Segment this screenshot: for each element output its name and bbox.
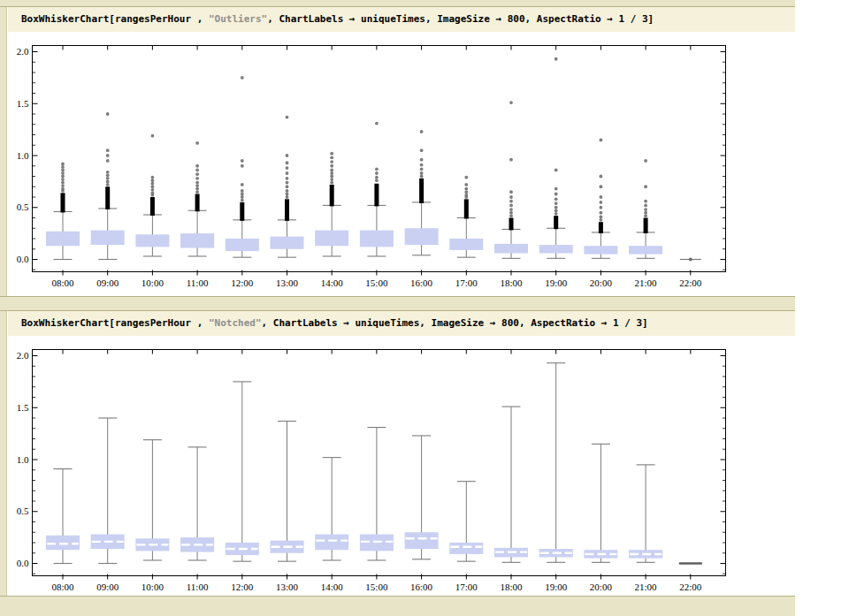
x-tick-label: 11:00 — [187, 582, 209, 592]
iqr-box — [629, 246, 662, 254]
outlier-dot — [600, 185, 603, 188]
x-tick-label: 20:00 — [590, 278, 613, 288]
outlier-dot — [555, 212, 558, 216]
outlier-dot — [106, 177, 110, 180]
box-group-12-00 — [226, 76, 259, 257]
outlier-dot — [464, 183, 468, 186]
outlier-dot — [644, 208, 647, 211]
box-group-13-00 — [271, 116, 304, 258]
outlier-dot — [420, 158, 424, 162]
x-tick-label: 16:00 — [410, 278, 433, 288]
outlier-dot — [600, 211, 603, 215]
cell-separator-middle — [0, 296, 795, 311]
outlier-dot — [420, 175, 424, 179]
cell-separator-bottom — [0, 596, 795, 616]
outlier-dot — [241, 193, 244, 196]
single-value-dot — [689, 258, 692, 262]
input-cell-notched[interactable]: BoxWhiskerChart[rangesPerHour , "Notched… — [8, 311, 795, 336]
outlier-dot — [330, 156, 333, 159]
outlier-dot — [420, 130, 424, 133]
x-tick-label: 09:00 — [96, 278, 119, 288]
outlier-dot — [106, 171, 110, 174]
outlier-dot — [195, 190, 199, 194]
outlier-dot — [509, 101, 513, 104]
x-tick-label: 08:00 — [51, 582, 74, 592]
boxwhisker-chart-notched: 0.00.51.01.52.008:0009:0010:0011:0012:00… — [8, 336, 795, 596]
outlier-dot — [106, 173, 110, 177]
x-tick-label: 19:00 — [545, 582, 568, 592]
outlier-dot — [286, 189, 289, 193]
x-tick-label: 20:00 — [590, 582, 613, 592]
outlier-dot — [106, 112, 110, 116]
outlier-dot — [600, 215, 603, 218]
box-group-18-00 — [494, 407, 528, 562]
code-pre: BoxWhiskerChart[rangesPerHour , — [21, 317, 209, 329]
outlier-dot — [509, 214, 513, 217]
box-group-08-00 — [46, 469, 80, 564]
outlier-dot — [600, 138, 603, 141]
outlier-dot — [330, 152, 333, 156]
dense-outlier-column — [150, 197, 155, 216]
iqr-box — [46, 232, 80, 246]
iqr-box — [449, 543, 483, 554]
box-group-14-00 — [315, 458, 348, 560]
outlier-dot — [330, 164, 333, 168]
box-group-15-00 — [360, 122, 394, 256]
x-tick-label: 15:00 — [365, 582, 388, 592]
outlier-dot — [509, 211, 513, 215]
outlier-dot — [555, 209, 558, 212]
outlier-dot — [644, 211, 647, 215]
code-post: , ChartLabels → uniqueTimes, ImageSize →… — [267, 13, 654, 25]
input-cell-outliers[interactable]: BoxWhiskerChart[rangesPerHour , "Outlier… — [8, 7, 795, 32]
outlier-dot — [286, 171, 289, 175]
outlier-dot — [330, 169, 333, 172]
x-tick-label: 16:00 — [410, 582, 433, 592]
dense-outlier-column — [464, 199, 469, 218]
notebook-page: BoxWhiskerChart[rangesPerHour , "Outlier… — [0, 0, 795, 616]
outlier-dot — [241, 195, 244, 199]
outlier-dot — [330, 181, 333, 185]
box-group-11-00 — [180, 447, 214, 560]
iqr-box — [135, 234, 169, 247]
outlier-dot — [241, 199, 244, 202]
outlier-dot — [286, 185, 289, 188]
x-tick-label: 11:00 — [187, 278, 209, 288]
boxwhisker-chart-outliers: 0.00.51.01.52.008:0009:0010:0011:0012:00… — [8, 32, 795, 296]
y-tick-label: 2.0 — [17, 46, 29, 57]
dense-outlier-column — [240, 202, 244, 221]
outlier-dot — [286, 177, 289, 180]
outlier-dot — [600, 218, 603, 222]
outlier-dot — [151, 182, 155, 186]
box-group-20-00 — [584, 444, 617, 562]
outlier-dot — [509, 190, 513, 194]
outlier-dot — [555, 187, 558, 191]
outlier-dot — [509, 158, 513, 162]
outlier-dot — [644, 159, 647, 163]
box-group-18-00 — [494, 101, 528, 258]
code-string-outliers: "Outliers" — [209, 13, 267, 25]
outlier-dot — [600, 175, 603, 179]
x-tick-label: 18:00 — [500, 278, 523, 288]
outlier-dot — [61, 169, 65, 172]
box-group-22-00 — [680, 258, 701, 262]
iqr-box — [91, 231, 125, 245]
outlier-dot — [464, 176, 468, 179]
x-tick-label: 10:00 — [142, 582, 164, 592]
outlier-dot — [330, 171, 333, 175]
iqr-box — [271, 237, 304, 249]
outlier-dot — [555, 202, 558, 205]
outlier-dot — [151, 188, 155, 192]
outlier-dot — [241, 164, 244, 168]
outlier-dot — [151, 176, 155, 179]
iqr-box — [539, 245, 573, 253]
outlier-dot — [420, 164, 424, 167]
outlier-dot — [375, 171, 379, 175]
dense-outlier-column — [195, 194, 200, 211]
outlier-dot — [600, 195, 603, 199]
iqr-box — [449, 239, 483, 250]
cell-group-notched: BoxWhiskerChart[rangesPerHour , "Notched… — [0, 311, 795, 596]
outlier-dot — [61, 165, 65, 169]
iqr-box — [405, 228, 439, 245]
outlier-dot — [330, 175, 333, 179]
outlier-dot — [61, 181, 65, 185]
